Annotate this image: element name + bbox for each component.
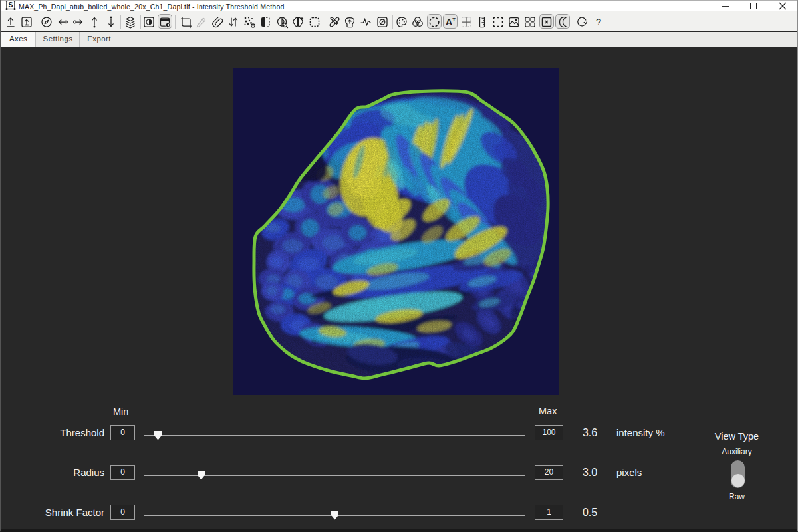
svg-text:S: S <box>8 1 13 9</box>
svg-text:T: T <box>452 17 456 23</box>
svg-text:?: ? <box>596 17 601 27</box>
svg-text:A: A <box>446 17 452 27</box>
